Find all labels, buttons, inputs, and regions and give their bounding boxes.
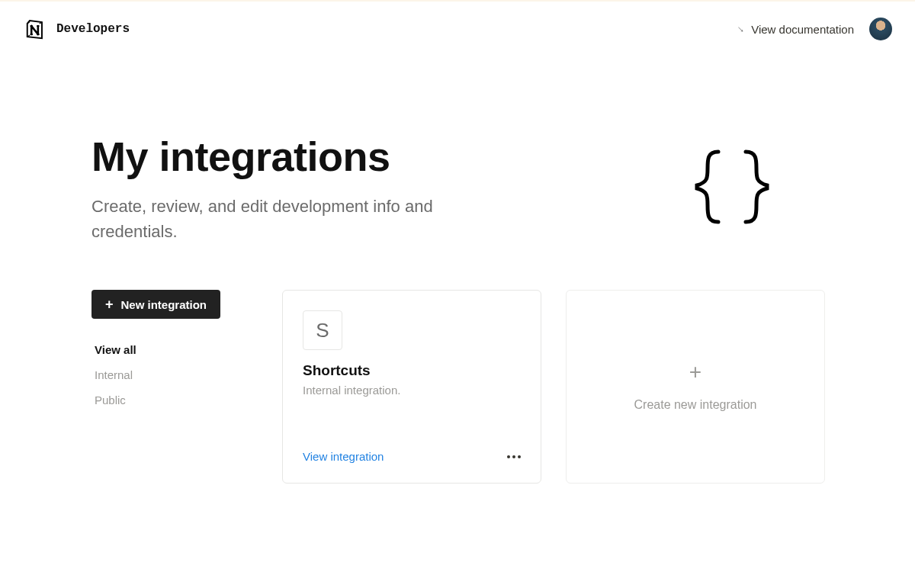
user-avatar[interactable] xyxy=(869,18,892,40)
view-documentation-link[interactable]: → View documentation xyxy=(736,23,854,36)
doc-link-label: View documentation xyxy=(751,23,854,36)
curly-braces-icon xyxy=(686,133,824,244)
new-integration-button[interactable]: + New integration xyxy=(92,290,220,319)
header-left: Developers xyxy=(23,17,130,41)
sidebar: + New integration View all Internal Publ… xyxy=(92,290,252,484)
brand-label: Developers xyxy=(56,22,130,36)
hero-text: My integrations Create, review, and edit… xyxy=(92,133,503,244)
create-integration-card[interactable]: + Create new integration xyxy=(566,290,825,484)
plus-icon: + xyxy=(105,297,114,311)
create-card-label: Create new integration xyxy=(634,398,757,412)
plus-icon: + xyxy=(689,361,702,383)
page-title: My integrations xyxy=(92,133,503,180)
integration-icon-box: S xyxy=(303,310,342,350)
filter-list: View all Internal Public xyxy=(92,337,252,413)
page-subtitle: Create, review, and edit development inf… xyxy=(92,194,503,244)
integration-icon-letter: S xyxy=(316,319,329,342)
integration-title: Shortcuts xyxy=(303,362,521,379)
notion-logo-icon[interactable] xyxy=(23,17,47,41)
app-header: Developers → View documentation xyxy=(0,2,915,56)
header-right: → View documentation xyxy=(736,18,892,40)
external-arrow-icon: → xyxy=(734,21,750,37)
filter-view-all[interactable]: View all xyxy=(92,337,252,362)
filter-internal[interactable]: Internal xyxy=(92,362,252,387)
filter-public[interactable]: Public xyxy=(92,387,252,413)
cards-grid: S Shortcuts Internal integration. View i… xyxy=(282,290,825,484)
card-footer: View integration xyxy=(303,450,521,463)
new-integration-label: New integration xyxy=(121,298,207,311)
integration-subtitle: Internal integration. xyxy=(303,384,521,397)
more-options-icon[interactable] xyxy=(507,455,521,458)
hero-section: My integrations Create, review, and edit… xyxy=(0,56,915,290)
content-area: + New integration View all Internal Publ… xyxy=(0,290,915,484)
view-integration-link[interactable]: View integration xyxy=(303,450,384,463)
integration-card[interactable]: S Shortcuts Internal integration. View i… xyxy=(282,290,541,484)
